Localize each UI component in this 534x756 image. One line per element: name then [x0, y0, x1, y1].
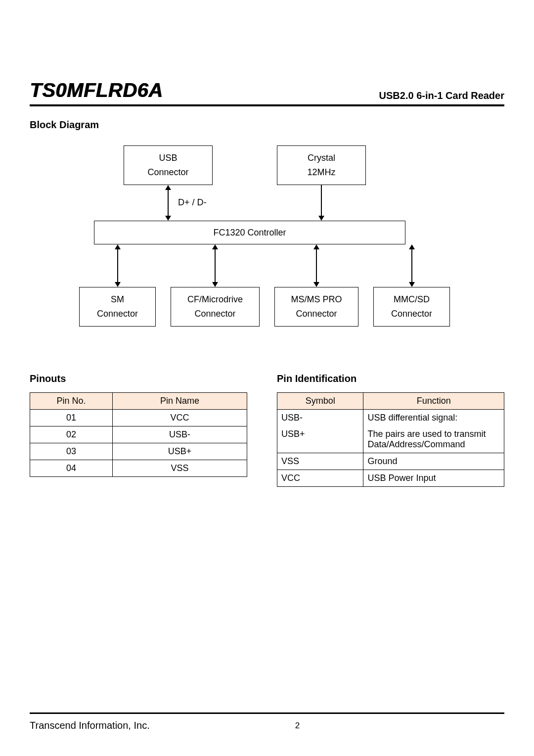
table-row: VCC USB Power Input [277, 470, 504, 487]
box-controller: FC1320 Controller [94, 221, 405, 244]
cell-pin-no: 01 [30, 410, 113, 426]
pinouts-section: Pinouts Pin No. Pin Name 01 VCC 02 USB- [30, 373, 247, 477]
box-sm-connector: SM Connector [79, 287, 156, 327]
box-label: USB [159, 151, 177, 165]
footer: Transcend Information, Inc. 2 [30, 712, 504, 731]
arrow-up-icon [115, 244, 121, 249]
cell-pin-no: 02 [30, 426, 113, 443]
arrow-up-icon [313, 244, 319, 249]
box-label: CF/Microdrive [187, 292, 243, 307]
footer-page-number: 2 [90, 721, 504, 731]
arrow-down-icon [115, 282, 121, 287]
arrow-down-icon [313, 282, 319, 287]
cell-function: USB Power Input [363, 470, 504, 487]
header: TS0MFLRD6A USB2.0 6-in-1 Card Reader [30, 79, 504, 106]
part-number: TS0MFLRD6A [30, 79, 163, 101]
col-header-function: Function [363, 393, 504, 410]
box-label: SM [111, 292, 124, 307]
box-crystal: Crystal 12MHz [277, 145, 366, 185]
table-row: 04 VSS [30, 460, 247, 477]
box-label: Connector [97, 307, 138, 321]
arrow-line [411, 248, 412, 283]
product-subtitle: USB2.0 6-in-1 Card Reader [379, 90, 504, 101]
arrow-label-dpdm: D+ / D- [178, 197, 207, 208]
cell-function: Ground [363, 453, 504, 470]
footer-line: Transcend Information, Inc. 2 [30, 712, 504, 731]
arrow-down-icon [318, 216, 324, 221]
arrow-down-icon [165, 216, 171, 221]
arrow-up-icon [165, 185, 171, 190]
cell-pin-name: VSS [112, 460, 247, 477]
table-row: Symbol Function [277, 393, 504, 410]
box-label: FC1320 Controller [213, 226, 286, 240]
arrow-line [117, 248, 118, 283]
box-usb-connector: USB Connector [124, 145, 213, 185]
box-label: Connector [194, 307, 235, 321]
table-row: Pin No. Pin Name [30, 393, 247, 410]
arrow-line [316, 248, 317, 283]
table-row: VSS Ground [277, 453, 504, 470]
col-header-symbol: Symbol [277, 393, 363, 410]
cell-symbol: VCC [277, 470, 363, 487]
heading-block-diagram: Block Diagram [30, 119, 504, 131]
tables-row: Pinouts Pin No. Pin Name 01 VCC 02 USB- [30, 373, 504, 487]
pinouts-table: Pin No. Pin Name 01 VCC 02 USB- 03 [30, 392, 247, 477]
box-label: Crystal [308, 151, 335, 165]
col-header-pin-name: Pin Name [112, 393, 247, 410]
box-label: MMC/SD [394, 292, 430, 307]
heading-pin-identification: Pin Identification [277, 373, 504, 384]
arrow-down-icon [212, 282, 218, 287]
table-row: 01 VCC [30, 410, 247, 426]
cell-pin-no: 04 [30, 460, 113, 477]
arrow-down-icon [409, 282, 415, 287]
block-diagram: USB Connector Crystal 12MHz D+ / D- FC13… [30, 145, 504, 333]
cell-pin-no: 03 [30, 443, 113, 460]
arrow-line [168, 189, 169, 217]
box-label: Connector [391, 307, 432, 321]
page: TS0MFLRD6A USB2.0 6-in-1 Card Reader Blo… [0, 0, 534, 756]
table-row: USB+ The pairs are used to transmit Data… [277, 426, 504, 453]
table-row: 03 USB+ [30, 443, 247, 460]
box-mmc-connector: MMC/SD Connector [373, 287, 450, 327]
pin-identification-section: Pin Identification Symbol Function USB- … [277, 373, 504, 487]
heading-pinouts: Pinouts [30, 373, 247, 384]
box-label: Connector [147, 165, 188, 180]
box-label: Connector [296, 307, 337, 321]
cell-symbol: USB- [277, 410, 363, 426]
table-row: 02 USB- [30, 426, 247, 443]
box-label: MS/MS PRO [291, 292, 342, 307]
box-cf-connector: CF/Microdrive Connector [171, 287, 260, 327]
cell-function: USB differential signal: [363, 410, 504, 426]
cell-symbol: USB+ [277, 426, 363, 453]
cell-pin-name: USB- [112, 426, 247, 443]
cell-symbol: VSS [277, 453, 363, 470]
table-row: USB- USB differential signal: [277, 410, 504, 426]
arrow-line [321, 185, 322, 217]
arrow-up-icon [212, 244, 218, 249]
box-ms-connector: MS/MS PRO Connector [274, 287, 358, 327]
cell-pin-name: USB+ [112, 443, 247, 460]
col-header-pin-no: Pin No. [30, 393, 113, 410]
box-label: 12MHz [307, 165, 335, 180]
cell-function: The pairs are used to transmit Data/Addr… [363, 426, 504, 453]
arrow-line [215, 248, 216, 283]
cell-pin-name: VCC [112, 410, 247, 426]
pin-id-table: Symbol Function USB- USB differential si… [277, 392, 504, 487]
arrow-up-icon [409, 244, 415, 249]
